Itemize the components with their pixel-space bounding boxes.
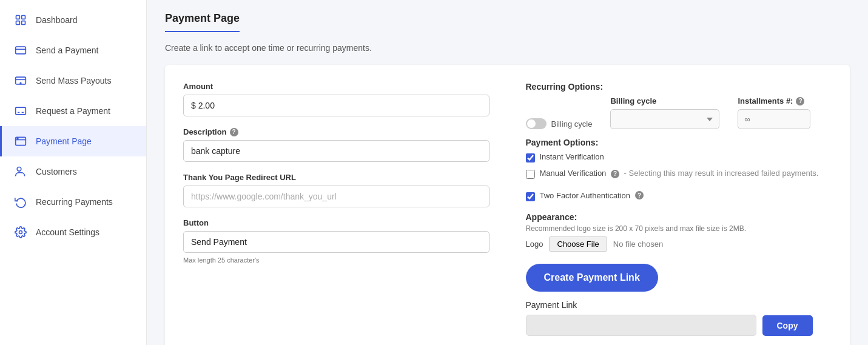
installments-col: Installments #: ? <box>738 96 810 129</box>
sidebar-item-request-payment[interactable]: Request a Payment <box>0 96 146 126</box>
sidebar-item-account-settings[interactable]: Account Settings <box>0 217 146 247</box>
description-help-icon[interactable]: ? <box>230 128 238 136</box>
main-content: Payment Page Create a link to accept one… <box>147 0 868 345</box>
instant-verification-label: Instant Verification <box>540 152 604 161</box>
sidebar-item-label: Send a Payment <box>36 45 99 55</box>
recurring-icon <box>14 195 27 209</box>
appearance-note: Recommended logo size is 200 x 70 pixels… <box>526 224 832 233</box>
payment-link-row: Copy <box>526 315 832 336</box>
two-factor-label: Two Factor Authentication <box>540 191 631 200</box>
form-card: Amount Description ? Thank You Page Redi… <box>165 65 850 345</box>
dashboard-icon <box>14 13 27 27</box>
payment-options-label: Payment Options: <box>526 138 832 147</box>
sidebar-item-dashboard[interactable]: Dashboard <box>0 5 146 35</box>
billing-cycle-col: Billing cycle <box>610 96 719 129</box>
thank-you-input[interactable] <box>183 186 490 207</box>
appearance-label: Appearance: <box>526 212 832 222</box>
manual-help-icon[interactable]: ? <box>611 170 619 178</box>
svg-rect-9 <box>16 107 26 115</box>
svg-point-15 <box>17 167 21 172</box>
settings-icon <box>14 226 27 239</box>
sidebar-item-label: Payment Page <box>36 136 92 146</box>
appearance-section: Appearance: Recommended logo size is 200… <box>526 212 832 252</box>
thank-you-field-group: Thank You Page Redirect URL <box>183 173 490 207</box>
manual-verification-row: Manual Verification ? - Selecting this m… <box>526 169 832 179</box>
customers-icon <box>14 165 27 178</box>
description-label: Description ? <box>183 127 490 136</box>
svg-point-16 <box>19 231 22 234</box>
payment-link-label: Payment Link <box>526 300 832 310</box>
payment-page-icon <box>14 135 27 148</box>
sidebar-item-label: Recurring Payments <box>36 197 113 207</box>
sidebar: Dashboard Send a Payment Send Mass Payou… <box>0 0 147 345</box>
sidebar-item-mass-payouts[interactable]: Send Mass Payouts <box>0 65 146 96</box>
billing-cycle-select[interactable] <box>610 109 719 129</box>
instant-verification-row: Instant Verification <box>526 152 832 162</box>
billing-cycle-toggle-label: Billing cycle <box>551 119 593 129</box>
svg-rect-2 <box>16 21 20 25</box>
request-payment-icon <box>14 104 27 118</box>
mass-payout-icon <box>14 74 27 87</box>
sidebar-item-label: Account Settings <box>36 227 99 237</box>
button-label: Button <box>183 218 490 227</box>
right-inner: Recurring Options: Billing cycle Billing… <box>526 82 832 336</box>
sidebar-item-recurring[interactable]: Recurring Payments <box>0 187 146 217</box>
two-factor-row: Two Factor Authentication ? <box>526 191 832 201</box>
sidebar-item-payment-page[interactable]: Payment Page <box>0 126 146 156</box>
page-subtitle: Create a link to accept one time or recu… <box>165 43 850 53</box>
button-hint: Max length 25 character's <box>183 256 490 264</box>
installments-help-icon[interactable]: ? <box>796 97 804 106</box>
logo-label: Logo <box>526 239 543 249</box>
choose-file-button[interactable]: Choose File <box>549 236 607 252</box>
sidebar-item-label: Send Mass Payouts <box>36 76 112 85</box>
page-title: Payment Page <box>165 12 240 25</box>
installments-label: Installments #: ? <box>738 96 810 106</box>
billing-toggle-row: Billing cycle <box>526 118 593 129</box>
installments-input[interactable] <box>738 109 810 129</box>
payment-options-section: Payment Options: Instant Verification Ma… <box>526 138 832 204</box>
svg-point-8 <box>20 82 21 84</box>
amount-field-group: Amount <box>183 82 490 116</box>
sidebar-item-label: Dashboard <box>36 15 78 25</box>
svg-rect-0 <box>16 16 20 19</box>
left-column: Amount Description ? Thank You Page Redi… <box>183 82 490 336</box>
no-file-text: No file chosen <box>613 239 663 249</box>
billing-cycle-label: Billing cycle <box>610 96 719 106</box>
svg-rect-3 <box>22 21 25 25</box>
manual-note: - Selecting this may result in increased… <box>624 169 819 178</box>
svg-rect-4 <box>16 47 26 54</box>
sidebar-item-label: Customers <box>36 167 77 176</box>
recurring-options-section: Recurring Options: Billing cycle Billing… <box>526 82 832 129</box>
thank-you-label: Thank You Page Redirect URL <box>183 173 490 182</box>
payment-link-group: Payment Link Copy <box>526 300 832 336</box>
billing-cycle-toggle[interactable] <box>526 118 547 129</box>
page-title-container: Payment Page <box>165 12 240 32</box>
description-field-group: Description ? <box>183 127 490 162</box>
description-input[interactable] <box>183 140 490 162</box>
amount-input[interactable] <box>183 95 490 116</box>
sidebar-item-send-payment[interactable]: Send a Payment <box>0 35 146 65</box>
send-payment-icon <box>14 44 27 57</box>
payment-link-input[interactable] <box>526 315 756 336</box>
instant-verification-checkbox[interactable] <box>526 153 535 162</box>
two-factor-checkbox[interactable] <box>526 192 535 201</box>
two-factor-help-icon[interactable]: ? <box>635 191 644 199</box>
sidebar-item-label: Request a Payment <box>36 106 110 116</box>
amount-label: Amount <box>183 82 490 91</box>
right-column: Recurring Options: Billing cycle Billing… <box>526 82 832 336</box>
recurring-options-label: Recurring Options: <box>526 82 832 92</box>
create-payment-link-button[interactable]: Create Payment Link <box>526 264 658 292</box>
sidebar-item-customers[interactable]: Customers <box>0 156 146 187</box>
svg-rect-1 <box>22 16 25 19</box>
button-input[interactable] <box>183 231 490 253</box>
billing-toggle-col: Billing cycle <box>526 118 593 129</box>
manual-verification-checkbox[interactable] <box>526 170 535 179</box>
manual-verification-label: Manual Verification ? - Selecting this m… <box>540 169 819 178</box>
button-field-group: Button Max length 25 character's <box>183 218 490 264</box>
svg-point-14 <box>17 138 18 139</box>
logo-row: Logo Choose File No file chosen <box>526 236 832 252</box>
copy-button[interactable]: Copy <box>762 315 813 336</box>
